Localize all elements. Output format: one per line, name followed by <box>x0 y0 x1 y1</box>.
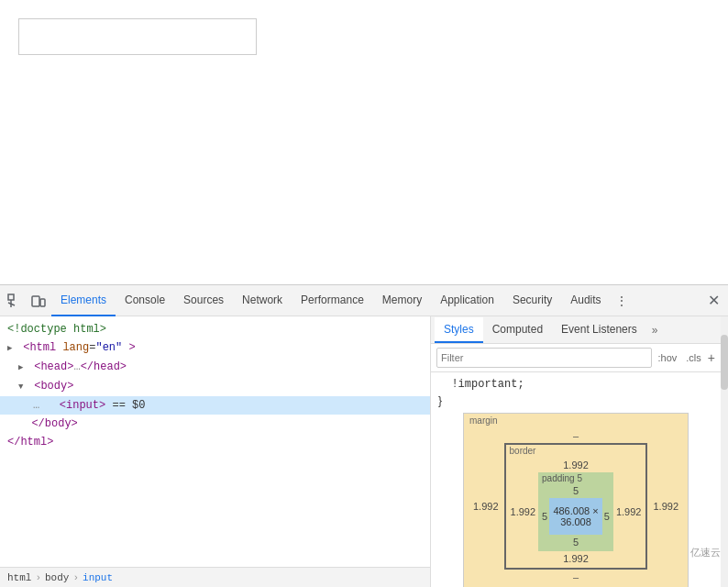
border-bottom-value: 1.992 <box>508 551 645 566</box>
padding-middle-row: 5 486.008 × 36.008 5 <box>540 498 612 535</box>
devtools-main: <!doctype html> ▶ <html lang="en" > ▶ <h… <box>0 316 728 587</box>
svg-rect-4 <box>40 299 45 306</box>
tab-memory[interactable]: Memory <box>373 285 431 316</box>
margin-bottom-value: – <box>573 571 579 582</box>
dom-html-close: </html> <box>0 433 430 451</box>
tab-audits[interactable]: Audits <box>561 285 610 316</box>
dom-body-close: </body> <box>0 415 430 433</box>
border-box: border 1.992 1.992 p <box>504 443 648 570</box>
margin-top-value: – <box>573 430 579 441</box>
border-right-value: 1.992 <box>613 504 645 519</box>
dom-tree: <!doctype html> ▶ <html lang="en" > ▶ <h… <box>0 316 430 567</box>
tab-sources[interactable]: Sources <box>174 285 233 316</box>
padding-left-value: 5 <box>540 509 549 524</box>
tab-event-listeners[interactable]: Event Listeners <box>552 317 646 343</box>
more-tabs-button[interactable]: ⋮ <box>611 285 633 316</box>
demo-input[interactable] <box>18 18 257 55</box>
tab-styles[interactable]: Styles <box>435 317 483 343</box>
svg-rect-3 <box>32 296 39 306</box>
margin-label: margin <box>469 415 498 426</box>
tab-network[interactable]: Network <box>233 285 292 316</box>
tab-application[interactable]: Application <box>431 285 503 316</box>
hov-toggle[interactable]: :hov <box>656 352 680 363</box>
device-toggle-icon[interactable] <box>28 290 50 312</box>
more-styles-tabs-button[interactable]: » <box>646 317 664 343</box>
add-style-button[interactable]: + <box>708 351 715 364</box>
box-model-diagram: margin – 1.992 border <box>463 413 689 587</box>
padding-right-value: 5 <box>602 509 612 524</box>
scrollbar[interactable] <box>721 316 728 587</box>
dom-input[interactable]: … <input> == $0 <box>0 396 430 415</box>
tab-console[interactable]: Console <box>116 285 174 316</box>
close-devtools-button[interactable]: ✕ <box>702 290 724 312</box>
breadcrumb-html[interactable]: html <box>4 572 35 583</box>
select-element-icon[interactable] <box>4 290 26 312</box>
dom-panel: <!doctype html> ▶ <html lang="en" > ▶ <h… <box>0 316 431 587</box>
devtools-panel: Elements Console Sources Network Perform… <box>0 284 728 587</box>
styles-filter-input[interactable] <box>436 348 652 368</box>
margin-right-value: 1.992 <box>647 499 684 514</box>
svg-rect-0 <box>8 294 14 300</box>
border-left-value: 1.992 <box>508 504 539 519</box>
padding-bottom-val: 5 <box>540 535 612 549</box>
tab-security[interactable]: Security <box>503 285 561 316</box>
dom-head[interactable]: ▶ <head>…</head> <box>0 358 430 377</box>
border-label: border <box>510 446 536 456</box>
margin-middle-row: 1.992 border 1.992 1.992 <box>468 443 684 570</box>
breadcrumb-bar: html › body › input <box>0 567 430 587</box>
content-box: 486.008 × 36.008 <box>549 498 602 535</box>
tab-elements[interactable]: Elements <box>51 285 116 316</box>
dom-body-open[interactable]: ▼ <body> <box>0 377 430 396</box>
scrollbar-thumb[interactable] <box>721 335 728 390</box>
tab-computed[interactable]: Computed <box>483 317 552 343</box>
styles-tabs: Styles Computed Event Listeners » <box>431 316 721 344</box>
border-middle-row: 1.992 padding 5 5 5 <box>508 472 645 551</box>
margin-left-value: 1.992 <box>468 499 504 514</box>
dom-doctype: <!doctype html> <box>0 320 430 338</box>
devtools-toolbar: Elements Console Sources Network Perform… <box>0 285 728 316</box>
browser-content-area <box>0 0 728 284</box>
important-rule: !important; <box>438 376 713 393</box>
tab-performance[interactable]: Performance <box>292 285 373 316</box>
padding-label: padding 5 <box>542 473 582 483</box>
margin-box: margin – 1.992 border <box>463 413 689 587</box>
watermark: 亿速云 <box>690 546 721 559</box>
styles-content: !important; } margin – <box>431 372 721 587</box>
cls-toggle[interactable]: .cls <box>683 352 704 363</box>
breadcrumb-body[interactable]: body <box>41 572 72 583</box>
styles-panel: Styles Computed Event Listeners » :hov .… <box>431 316 721 587</box>
styles-filter-bar: :hov .cls + <box>431 344 721 372</box>
dom-html[interactable]: ▶ <html lang="en" > <box>0 338 430 358</box>
breadcrumb-input[interactable]: input <box>79 572 116 583</box>
border-top-value: 1.992 <box>563 460 589 471</box>
padding-box: padding 5 5 5 486.008 × 36.008 <box>538 472 613 551</box>
